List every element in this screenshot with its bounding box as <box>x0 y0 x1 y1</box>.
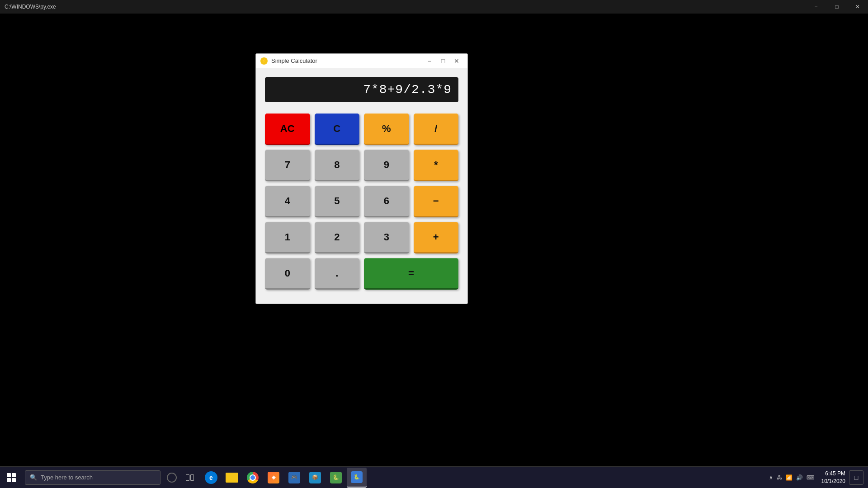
calc-title: Simple Calculator <box>271 57 423 64</box>
calc-display: 7*8+9/2.3*9 <box>265 77 458 102</box>
keyboard-icon[interactable]: ⌨ <box>807 474 814 481</box>
app4-icon: ◈ <box>268 472 279 483</box>
button-9[interactable]: 9 <box>364 150 409 181</box>
maximize-button[interactable]: □ <box>826 0 847 14</box>
calc-close-button[interactable]: ✕ <box>450 56 463 66</box>
arrow-up-icon[interactable]: ∧ <box>769 474 773 481</box>
notification-button[interactable]: □ <box>849 470 863 485</box>
button-equals[interactable]: = <box>364 258 458 290</box>
edge-icon: e <box>205 471 217 484</box>
calc-minimize-button[interactable]: − <box>423 56 436 66</box>
volume-icon[interactable]: 🔊 <box>796 474 803 481</box>
minimize-button[interactable]: − <box>806 0 826 14</box>
button-dot[interactable]: . <box>315 258 360 290</box>
button-3[interactable]: 3 <box>364 222 409 253</box>
taskbar: 🔍 Type here to search e ◈ 🎮 📦 🐍 <box>0 466 868 488</box>
clock-time: 6:45 PM <box>821 470 845 478</box>
button-2[interactable]: 2 <box>315 222 360 253</box>
file-explorer-app[interactable] <box>222 468 242 488</box>
calc-app-icon: ⚡ <box>260 57 268 65</box>
app-4[interactable]: ◈ <box>264 468 283 488</box>
task-view-button[interactable] <box>181 467 199 488</box>
app6-icon: 📦 <box>309 472 321 483</box>
app-7[interactable]: 🐍 <box>326 468 346 488</box>
app-5[interactable]: 🎮 <box>284 468 304 488</box>
folder-icon <box>226 473 238 483</box>
search-icon: 🔍 <box>30 474 37 481</box>
button-4[interactable]: 4 <box>265 186 310 217</box>
calculator-window: ⚡ Simple Calculator − □ ✕ 7*8+9/2.3*9 AC… <box>255 53 468 304</box>
system-clock[interactable]: 6:45 PM 10/1/2020 <box>821 470 845 485</box>
button-1[interactable]: 1 <box>265 222 310 253</box>
button-percent[interactable]: % <box>364 113 409 145</box>
button-7[interactable]: 7 <box>265 150 310 181</box>
taskbar-sys: ∧ 🖧 📶 🔊 ⌨ 6:45 PM 10/1/2020 □ <box>769 470 868 485</box>
button-subtract[interactable]: − <box>414 186 459 217</box>
cortana-button[interactable] <box>163 467 181 488</box>
taskbar-apps: e ◈ 🎮 📦 🐍 🐍 <box>201 468 367 488</box>
button-8[interactable]: 8 <box>315 150 360 181</box>
button-add[interactable]: + <box>414 222 459 253</box>
title-bar: C:\WINDOWS\py.exe − □ ✕ <box>0 0 868 14</box>
button-0[interactable]: 0 <box>265 258 310 290</box>
wifi-icon[interactable]: 📶 <box>786 474 793 481</box>
button-6[interactable]: 6 <box>364 186 409 217</box>
app5-icon: 🎮 <box>288 472 300 483</box>
windows-logo-icon <box>7 473 16 482</box>
system-tray-icons: ∧ 🖧 📶 🔊 ⌨ <box>769 474 814 481</box>
calc-title-bar: ⚡ Simple Calculator − □ ✕ <box>256 54 467 68</box>
app-6[interactable]: 📦 <box>305 468 325 488</box>
button-divide[interactable]: / <box>414 113 459 145</box>
taskbar-search[interactable]: 🔍 Type here to search <box>25 470 160 485</box>
chrome-app[interactable] <box>243 468 263 488</box>
button-5[interactable]: 5 <box>315 186 360 217</box>
button-ac[interactable]: AC <box>265 113 310 145</box>
title-bar-path: C:\WINDOWS\py.exe <box>5 4 56 10</box>
calc-display-text: 7*8+9/2.3*9 <box>363 83 452 97</box>
clock-date: 10/1/2020 <box>821 478 845 485</box>
edge-app[interactable]: e <box>201 468 221 488</box>
task-view-icon <box>186 474 194 481</box>
calc-maximize-button[interactable]: □ <box>437 56 449 66</box>
python-icon: 🐍 <box>351 471 363 483</box>
chrome-icon <box>247 472 259 483</box>
calc-buttons-grid: AC C % / 7 8 9 * 4 5 6 − 1 2 3 + 0 . = <box>256 109 467 299</box>
search-placeholder: Type here to search <box>41 474 93 481</box>
network-icon[interactable]: 🖧 <box>777 474 782 481</box>
python-app-active[interactable]: 🐍 <box>347 468 367 488</box>
start-button[interactable] <box>0 467 23 488</box>
button-multiply[interactable]: * <box>414 150 459 181</box>
app7-icon: 🐍 <box>330 472 342 483</box>
button-c[interactable]: C <box>315 113 360 145</box>
cortana-icon <box>167 473 177 483</box>
window-close-button[interactable]: ✕ <box>847 0 868 14</box>
